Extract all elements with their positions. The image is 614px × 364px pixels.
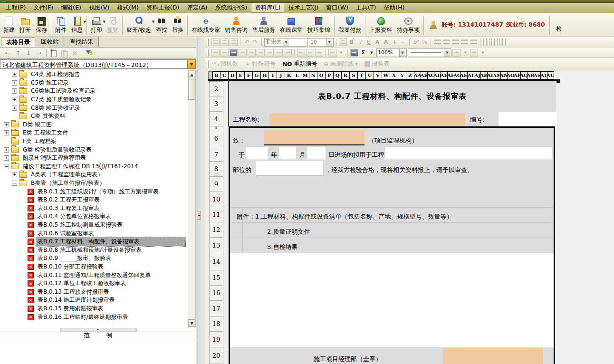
menu-编辑(E)[interactable]: 编辑(E) xyxy=(57,3,85,13)
tree-item[interactable]: +A类表（工程监理单位用表） xyxy=(0,171,187,179)
menu-格式(M)[interactable]: 格式(M) xyxy=(113,3,143,13)
expand-icon[interactable]: + xyxy=(4,147,9,153)
column-header-AA[interactable]: AA xyxy=(414,71,421,79)
clipped-right-button[interactable]: 检 xyxy=(551,14,567,36)
tree-item[interactable]: ×表B.0.10 分部工程报验表 xyxy=(0,263,187,271)
scrollbar-thumb[interactable] xyxy=(188,79,195,100)
tree-scrollbar[interactable]: ▲ ▼ xyxy=(188,70,196,327)
column-header-AI[interactable]: AI xyxy=(468,71,474,79)
expand-icon[interactable]: + xyxy=(12,105,17,111)
column-header-B[interactable]: B xyxy=(212,71,221,79)
column-header-AE[interactable]: AE xyxy=(441,71,448,79)
row-header-9[interactable]: 9 xyxy=(209,177,223,192)
day-field[interactable] xyxy=(307,147,326,159)
column-header-W[interactable]: W xyxy=(382,71,390,79)
expand-icon[interactable]: + xyxy=(12,97,17,102)
tree-item[interactable]: ×表B.0.7 工程材料、构配件、设备报审表 xyxy=(0,238,187,246)
row-header-6[interactable]: 6 xyxy=(209,129,223,148)
project-name-field[interactable] xyxy=(269,113,465,125)
tree-item[interactable]: ×表B.0.11 监理通知/工程质量整改通知回复单 xyxy=(0,271,187,279)
online-class-button[interactable]: 在线课堂 xyxy=(278,14,305,36)
menu-视图(V)[interactable]: 视图(V) xyxy=(85,3,113,13)
after-sales-button[interactable]: 售后服务 xyxy=(250,14,278,36)
delete-node-button[interactable]: × xyxy=(70,48,79,57)
column-header-AR[interactable]: AR xyxy=(528,71,534,79)
expand-icon[interactable]: + xyxy=(12,172,17,177)
tree-item[interactable]: ×表B.0.14 施工进度计划报审表 xyxy=(0,296,187,305)
tree-item[interactable]: +C5类 施工记录 xyxy=(0,79,187,87)
nav-up[interactable]: ↑ xyxy=(13,48,23,57)
column-header-AK[interactable]: AK xyxy=(481,71,488,79)
save-button[interactable]: 保存 xyxy=(33,14,49,36)
tree-item[interactable]: +G类 检验批质量验收记录表 xyxy=(0,145,187,154)
row-header-3[interactable]: 3 xyxy=(209,96,223,112)
column-header-AF[interactable]: AF xyxy=(448,71,454,79)
column-header-M[interactable]: M xyxy=(301,71,309,79)
column-header-Q[interactable]: Q xyxy=(334,71,342,79)
tab-search-results[interactable]: 查找结果 xyxy=(65,37,99,47)
form-blank-area[interactable] xyxy=(230,253,554,347)
tree-item[interactable]: +C7类 施工质量验收记录 xyxy=(0,96,187,104)
row-header-10[interactable]: 10 xyxy=(209,192,223,207)
tree-item[interactable]: ×表B.0.3 工程复工报审表 xyxy=(0,204,187,213)
tree-item[interactable]: +C4类 施工检测报告 xyxy=(0,70,187,79)
collapse-icon[interactable]: − xyxy=(4,164,9,169)
tree-item[interactable]: F类 工程档案 xyxy=(0,137,187,146)
expand-icon[interactable]: + xyxy=(12,80,17,86)
project-part-field1[interactable] xyxy=(385,147,552,159)
column-header-O[interactable]: O xyxy=(317,71,326,79)
form-title-cell[interactable]: 表B.0.7 工程材料、构配件、设备报审表 xyxy=(228,81,556,112)
nav-back[interactable]: ← xyxy=(3,48,12,57)
column-header-AT[interactable]: AT xyxy=(541,71,547,79)
tab-form-catalog[interactable]: 表格目录 xyxy=(1,37,35,47)
column-header-H[interactable]: H xyxy=(261,71,269,79)
row-header-19[interactable]: 19 xyxy=(209,332,223,347)
column-header-N[interactable]: N xyxy=(309,71,317,79)
column-header-J[interactable]: J xyxy=(277,71,285,79)
pay-button[interactable]: 我要付款 xyxy=(336,14,364,36)
standard-select[interactable]: 河北省建筑工程资料管理系统（DB13(J)/T145－2012） ▼ xyxy=(0,59,196,69)
menu-系统维护(S)[interactable]: 系统维护(S) xyxy=(211,3,251,13)
column-header-AO[interactable]: AO xyxy=(508,71,514,79)
column-header-C[interactable]: C xyxy=(221,71,229,79)
open-button[interactable]: 打开 xyxy=(17,14,33,36)
row-header-8[interactable]: 8 xyxy=(209,162,223,177)
tree-item[interactable]: +D类 竣工图 xyxy=(0,121,187,129)
column-header-AQ[interactable]: AQ xyxy=(521,71,528,79)
row-header-12[interactable]: 12 xyxy=(209,222,223,238)
tree-item[interactable]: +C8类 竣工验收记录 xyxy=(0,104,187,112)
new-button[interactable]: 新建 xyxy=(1,14,17,36)
column-header-V[interactable]: V xyxy=(374,71,382,79)
column-header-AP[interactable]: AP xyxy=(514,71,521,79)
column-header-R[interactable]: R xyxy=(342,71,350,79)
collapse-icon[interactable]: − xyxy=(12,181,17,186)
menu-工具(T)[interactable]: 工具(T) xyxy=(352,3,380,13)
menu-工程(P)[interactable]: 工程(P) xyxy=(2,3,29,13)
print-button[interactable]: 打印▼ xyxy=(88,14,105,36)
tree-item[interactable]: ×表B.0.4 分包单位资格报审表 xyxy=(0,212,187,221)
row-header-15[interactable]: 15 xyxy=(209,270,223,286)
column-header-T[interactable]: T xyxy=(358,71,366,79)
filter-button[interactable] xyxy=(85,48,94,57)
tree-item[interactable]: ×表B.0.2 工程开工报审表 xyxy=(0,196,187,204)
column-header-D[interactable]: D xyxy=(229,71,237,79)
tree-item[interactable]: ×表B.0.9 ______报审、报验表 xyxy=(0,254,187,263)
tree-item[interactable]: ×表B.0.8 施工机械和设施/计量设备报审表 xyxy=(0,246,187,254)
number-field[interactable] xyxy=(499,112,557,126)
column-header-AM[interactable]: AM xyxy=(494,71,501,79)
upload-data-button[interactable]: 上报资料 xyxy=(367,14,394,36)
column-header-AC[interactable]: AC xyxy=(428,71,434,79)
year-field[interactable] xyxy=(246,147,268,159)
tree-item[interactable]: ×表B.0.5 施工控制测量成果报验表 xyxy=(0,221,187,230)
expand-icon[interactable]: + xyxy=(12,88,17,94)
column-header-U[interactable]: U xyxy=(366,71,374,79)
row-header-18[interactable]: 18 xyxy=(209,316,223,332)
column-header-AN[interactable]: AN xyxy=(501,71,508,79)
menu-评定(A)[interactable]: 评定(A) xyxy=(183,3,211,13)
chevron-down-icon[interactable]: ▼ xyxy=(187,59,196,69)
expand-icon[interactable]: + xyxy=(4,155,9,161)
menu-文件(F)[interactable]: 文件(F) xyxy=(29,3,57,13)
row-header-13[interactable]: 13 xyxy=(209,238,223,253)
column-header-AD[interactable]: AD xyxy=(434,71,441,79)
online-expert-button[interactable]: e在线找专家 xyxy=(189,14,222,36)
